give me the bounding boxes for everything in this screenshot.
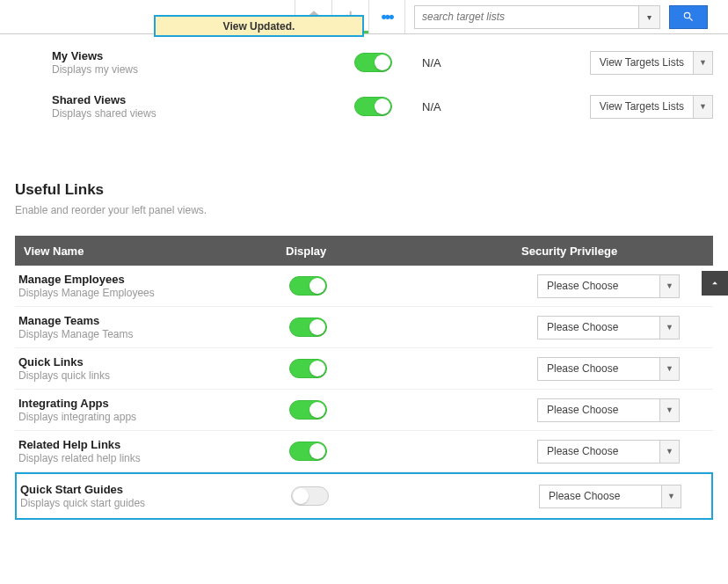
row-desc: Displays Manage Employees — [18, 287, 286, 299]
dropdown-label: Please Choose — [538, 275, 659, 297]
row-desc: Displays integrating apps — [18, 411, 286, 423]
security-privilege-dropdown[interactable]: Please Choose▼ — [539, 485, 681, 508]
view-label-group: My Views Displays my views — [15, 49, 354, 76]
notification-banner: View Updated. — [154, 15, 364, 37]
display-toggle[interactable] — [289, 318, 327, 337]
table-row: Integrating AppsDisplays integrating app… — [15, 390, 713, 431]
row-label-group: Manage EmployeesDisplays Manage Employee… — [15, 273, 286, 299]
col-view-name: View Name — [15, 245, 286, 258]
security-privilege-dropdown[interactable]: Please Choose▼ — [537, 398, 680, 422]
row-dropdown-cell: Please Choose▼ — [521, 440, 713, 464]
row-dropdown-cell: Please Choose▼ — [521, 357, 713, 381]
chevron-down-icon: ▼ — [693, 96, 712, 118]
search-button[interactable] — [669, 5, 708, 29]
view-action-dropdown[interactable]: View Targets Lists ▼ — [590, 95, 713, 119]
view-desc: Displays my views — [52, 63, 354, 76]
dropdown-label: View Targets Lists — [591, 96, 693, 118]
security-privilege-dropdown[interactable]: Please Choose▼ — [537, 440, 680, 464]
row-toggle-cell — [286, 276, 521, 296]
row-label-group: Manage TeamsDisplays Manage Teams — [15, 314, 286, 340]
useful-links-section: Useful Links Enable and reorder your lef… — [15, 181, 713, 520]
row-title: Manage Employees — [18, 273, 286, 286]
na-label: N/A — [422, 56, 554, 69]
row-toggle-cell — [288, 486, 523, 506]
row-title: Related Help Links — [18, 438, 286, 451]
col-display: Display — [286, 245, 521, 258]
row-label-group: Quick LinksDisplays quick links — [15, 355, 286, 382]
na-label: N/A — [422, 100, 554, 113]
dropdown-label: Please Choose — [540, 485, 661, 507]
table-body: Manage EmployeesDisplays Manage Employee… — [15, 266, 713, 520]
security-privilege-dropdown[interactable]: Please Choose▼ — [537, 274, 680, 298]
section-desc: Enable and reorder your left panel views… — [15, 204, 713, 216]
chevron-down-icon: ▼ — [693, 52, 712, 74]
chevron-down-icon: ▼ — [659, 399, 679, 421]
display-toggle[interactable] — [289, 276, 327, 296]
security-privilege-dropdown[interactable]: Please Choose▼ — [537, 316, 680, 339]
view-label-group: Shared Views Displays shared views — [15, 93, 354, 120]
row-label-group: Quick Start GuidesDisplays quick start g… — [17, 483, 288, 509]
view-dropdown-cell: View Targets Lists ▼ — [590, 95, 713, 119]
table-row: Manage TeamsDisplays Manage TeamsPlease … — [15, 307, 713, 348]
table-row: Quick Start GuidesDisplays quick start g… — [15, 472, 713, 520]
row-title: Manage Teams — [18, 314, 286, 327]
search-icon — [682, 11, 695, 23]
main-content: My Views Displays my views N/A View Targ… — [15, 30, 713, 520]
row-toggle-cell — [286, 400, 521, 420]
row-title: Quick Links — [18, 355, 286, 369]
row-label-group: Related Help LinksDisplays related help … — [15, 438, 286, 464]
row-dropdown-cell: Please Choose▼ — [523, 485, 711, 508]
dropdown-label: Please Choose — [538, 358, 659, 380]
view-row: Shared Views Displays shared views N/A V… — [15, 84, 713, 128]
row-dropdown-cell: Please Choose▼ — [521, 316, 713, 339]
display-toggle[interactable] — [289, 442, 327, 461]
row-desc: Displays Manage Teams — [18, 328, 286, 340]
row-desc: Displays quick links — [18, 369, 286, 382]
table-row: Quick LinksDisplays quick linksPlease Ch… — [15, 348, 713, 390]
chevron-up-icon — [709, 277, 721, 289]
view-dropdown-cell: View Targets Lists ▼ — [590, 51, 713, 75]
display-toggle[interactable] — [289, 359, 327, 378]
security-privilege-dropdown[interactable]: Please Choose▼ — [537, 357, 680, 381]
row-dropdown-cell: Please Choose▼ — [521, 398, 713, 422]
view-title: Shared Views — [52, 93, 354, 106]
view-action-dropdown[interactable]: View Targets Lists ▼ — [590, 51, 713, 75]
display-toggle[interactable] — [291, 486, 329, 506]
search-input[interactable] — [415, 6, 638, 28]
chevron-down-icon: ▼ — [659, 275, 679, 297]
col-security-privilege: Security Privilege — [521, 245, 713, 258]
search-input-wrap: ▾ — [414, 5, 660, 29]
views-section: My Views Displays my views N/A View Targ… — [15, 35, 713, 128]
chevron-down-icon: ▼ — [659, 317, 679, 339]
row-toggle-cell — [286, 442, 521, 461]
dropdown-label: View Targets Lists — [591, 52, 693, 74]
row-label-group: Integrating AppsDisplays integrating app… — [15, 397, 286, 423]
table-row: Manage EmployeesDisplays Manage Employee… — [15, 266, 713, 307]
display-toggle[interactable] — [289, 400, 327, 420]
more-menu-icon[interactable]: ••• — [368, 0, 405, 33]
view-desc: Displays shared views — [52, 107, 354, 120]
search-bar: ▾ — [414, 5, 708, 29]
table-row: Related Help LinksDisplays related help … — [15, 431, 713, 472]
display-toggle[interactable] — [354, 97, 392, 116]
row-desc: Displays quick start guides — [20, 497, 288, 509]
row-title: Quick Start Guides — [20, 483, 288, 496]
row-toggle-cell — [286, 318, 521, 337]
chevron-down-icon: ▼ — [659, 441, 679, 463]
topbar: ••• ▾ — [0, 0, 728, 34]
display-toggle[interactable] — [354, 53, 392, 72]
table-header: View Name Display Security Privilege — [15, 236, 713, 266]
scroll-to-top-button[interactable] — [702, 271, 728, 296]
view-toggle-cell — [354, 53, 420, 72]
search-dropdown-toggle[interactable]: ▾ — [638, 6, 659, 28]
row-desc: Displays related help links — [18, 452, 286, 464]
chevron-down-icon: ▼ — [659, 358, 679, 380]
row-title: Integrating Apps — [18, 397, 286, 410]
chevron-down-icon: ▼ — [661, 485, 681, 507]
view-title: My Views — [52, 49, 354, 62]
row-dropdown-cell: Please Choose▼ — [521, 274, 713, 298]
row-toggle-cell — [286, 359, 521, 378]
dropdown-label: Please Choose — [538, 317, 659, 339]
section-title: Useful Links — [15, 181, 713, 199]
dropdown-label: Please Choose — [538, 441, 659, 463]
